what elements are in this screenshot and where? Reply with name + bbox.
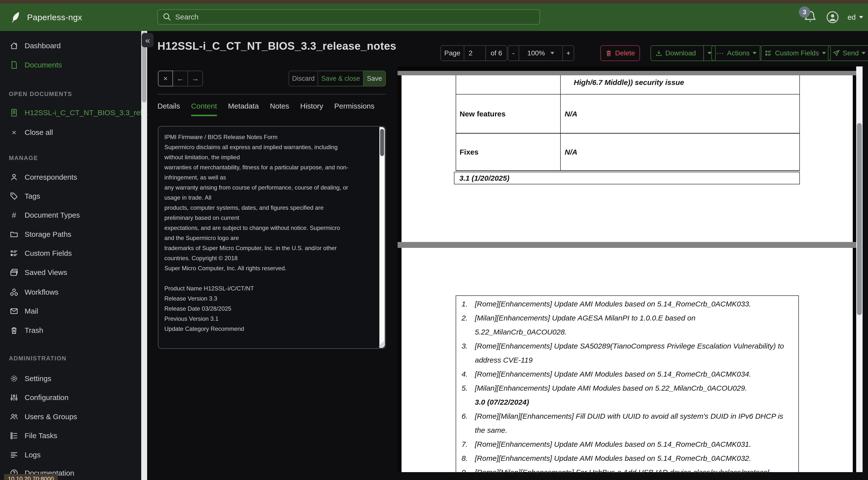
sidebar-scrollbar[interactable]	[141, 31, 147, 480]
previous-document-button[interactable]: ←	[173, 71, 188, 86]
zoom-level-select[interactable]: 100%	[519, 46, 563, 61]
sidebar-item-label: Logs	[25, 451, 40, 459]
list-item: 7.[Rome][Enhancements] Update AMI Module…	[462, 437, 789, 451]
close-document-button[interactable]: ×	[158, 71, 173, 86]
editor-scrollbar-thumb[interactable]	[380, 129, 384, 156]
sidebar-item-dashboard[interactable]: Dashboard	[10, 40, 61, 52]
page-label: Page	[441, 46, 464, 61]
user-menu[interactable]: ed	[847, 13, 863, 22]
sidebar-item-settings[interactable]: Settings	[10, 373, 51, 385]
download-icon	[655, 50, 662, 57]
page-number-input[interactable]	[464, 46, 486, 61]
tab-content[interactable]: Content	[191, 102, 217, 116]
sidebar-item-label: Tags	[25, 192, 40, 200]
sidebar-item-documents[interactable]: Documents	[10, 59, 62, 71]
zoom-out-button[interactable]: -	[508, 46, 519, 61]
page-navigation-group: Page of 6	[440, 45, 507, 61]
sidebar-item-storage-paths[interactable]: Storage Paths	[10, 229, 71, 240]
sidebar-item-trash[interactable]: Trash	[10, 324, 43, 336]
editor-scrollbar[interactable]	[379, 127, 385, 348]
status-url-tooltip: 10.10.20.70:8000	[4, 474, 58, 480]
sidebar-item-tags[interactable]: Tags	[10, 190, 40, 202]
paperless-app: Paperless-ngx 3 ed	[0, 0, 868, 480]
table-border	[456, 75, 456, 170]
sidebar-item-workflows[interactable]: Workflows	[10, 286, 59, 298]
gear-icon	[10, 374, 18, 383]
actions-label: Actions	[727, 49, 750, 57]
house-icon	[10, 41, 18, 50]
folder-icon	[10, 230, 18, 239]
sidebar-item-configuration[interactable]: Configuration	[10, 392, 68, 403]
global-search[interactable]	[157, 9, 540, 25]
table-border	[799, 75, 800, 170]
send-button[interactable]: Send	[828, 45, 868, 61]
custom-fields-label: Custom Fields	[775, 49, 819, 57]
pdf-preview-pane[interactable]: High/6.7 Middle)) security issue New fea…	[398, 66, 863, 472]
custom-fields-button[interactable]: Custom Fields	[760, 45, 831, 61]
sidebar-item-saved-views[interactable]: Saved Views	[10, 267, 67, 278]
sidebar-item-label: File Tasks	[25, 431, 57, 440]
sidebar-item-label: Saved Views	[25, 268, 67, 277]
sidebar-item-logs[interactable]: Logs	[10, 449, 40, 461]
delete-button[interactable]: Delete	[600, 45, 640, 61]
sidebar-item-correspondents[interactable]: Correspondents	[10, 171, 77, 183]
sidebar-item-close-all[interactable]: × Close all	[10, 126, 53, 138]
sidebar-item-label: Close all	[25, 128, 53, 137]
pdf-page-1: High/6.7 Middle)) security issue New fea…	[402, 75, 853, 242]
list-item: 8.[Rome][Enhancements] Update AMI Module…	[462, 451, 789, 465]
sidebar-item-label: Workflows	[25, 288, 59, 296]
tab-metadata[interactable]: Metadata	[228, 102, 259, 116]
sidebar-item-label: Trash	[25, 326, 43, 334]
trash-icon	[10, 326, 18, 334]
hash-icon: #	[10, 211, 18, 220]
save-button[interactable]: Save	[364, 71, 386, 86]
sidebar-item-open-document[interactable]: H12SSL-i_C_CT_NT_BIOS_3.3_rel...	[10, 107, 148, 119]
pdf-scrollbar-thumb[interactable]	[857, 123, 862, 315]
pdf-scrollbar[interactable]	[856, 66, 863, 472]
avatar-icon[interactable]	[826, 10, 839, 24]
discard-button[interactable]: Discard	[288, 71, 318, 86]
pdf-row-value: N/A	[565, 148, 578, 156]
sidebar-item-document-types[interactable]: # Document Types	[10, 209, 80, 221]
table-border	[456, 170, 800, 171]
caret-down-icon	[862, 52, 866, 54]
sidebar-item-mail[interactable]: Mail	[10, 305, 38, 317]
list-item: 1.[Rome][Enhancements] Update AMI Module…	[462, 297, 789, 311]
browser-edge-strip	[0, 0, 868, 3]
table-border	[456, 94, 800, 94]
sidebar-section-open-documents: OPEN DOCUMENTS	[9, 91, 72, 97]
sidebar-item-custom-fields[interactable]: Custom Fields	[10, 247, 72, 259]
tab-details[interactable]: Details	[157, 102, 180, 116]
sidebar-item-label: H12SSL-i_C_CT_NT_BIOS_3.3_rel...	[25, 109, 148, 117]
pdf-page-separator	[398, 242, 856, 248]
next-document-button[interactable]: →	[188, 71, 203, 86]
navbar-right-cluster: 3 ed	[804, 3, 863, 31]
search-icon	[163, 13, 171, 21]
custom-fields-icon	[10, 249, 18, 258]
tab-history[interactable]: History	[300, 102, 323, 116]
pdf-page-2: 1.[Rome][Enhancements] Update AMI Module…	[402, 248, 853, 472]
sidebar-collapse-button[interactable]: «	[142, 33, 154, 47]
sidebar-item-file-tasks[interactable]: File Tasks	[10, 430, 57, 442]
document-tabs: Details Content Metadata Notes History P…	[157, 102, 374, 116]
section-divider	[157, 94, 386, 94]
tab-permissions[interactable]: Permissions	[334, 102, 374, 116]
brand[interactable]: Paperless-ngx	[10, 3, 82, 31]
download-button[interactable]: Download	[651, 46, 701, 61]
notifications-button[interactable]: 3	[804, 10, 817, 25]
actions-button[interactable]: ⋯ Actions	[711, 45, 762, 61]
app-title: Paperless-ngx	[27, 12, 82, 22]
tag-icon	[10, 192, 18, 200]
search-input[interactable]	[175, 13, 535, 21]
save-and-close-button[interactable]: Save & close	[318, 71, 364, 86]
sidebar-item-users-groups[interactable]: Users & Groups	[10, 411, 77, 423]
table-border	[560, 75, 561, 170]
pdf-row-label: New features	[460, 110, 505, 118]
pdf-release-notes-list: 1.[Rome][Enhancements] Update AMI Module…	[462, 297, 789, 479]
caret-down-icon	[859, 16, 863, 19]
caret-down-icon	[550, 52, 554, 54]
zoom-in-button[interactable]: +	[563, 46, 574, 61]
tab-notes[interactable]: Notes	[270, 102, 289, 116]
content-textarea[interactable]: IPMI Firmware / BIOS Release Notes Form …	[158, 126, 385, 348]
file-text-icon	[10, 109, 18, 117]
